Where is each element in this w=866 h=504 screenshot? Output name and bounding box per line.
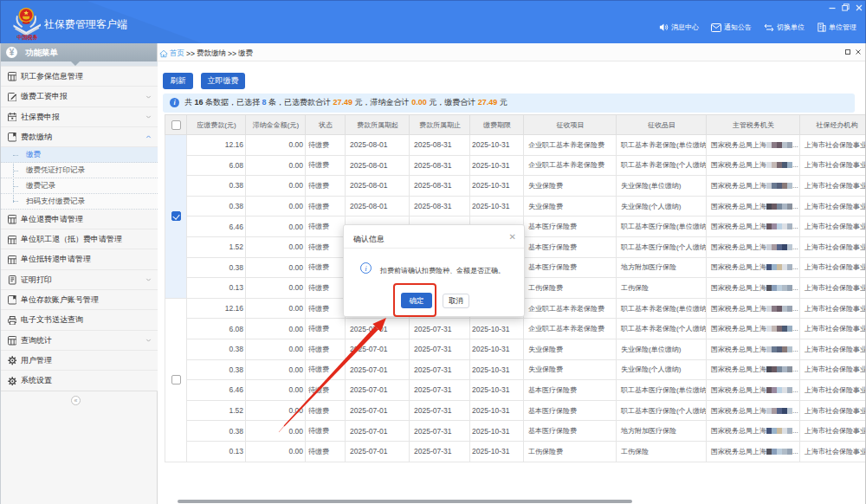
svg-text:中国税务: 中国税务 — [17, 34, 39, 41]
